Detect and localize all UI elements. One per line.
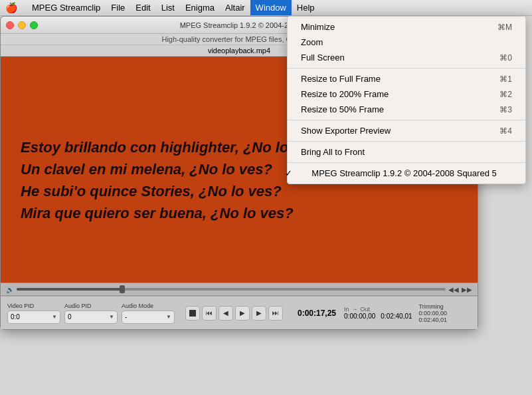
menu-altair[interactable]: Altair xyxy=(220,0,250,15)
in-timecode: 0:00:00,00 xyxy=(344,313,375,320)
in-out-group: In → Out 0:00:00,00 0:02:40,01 xyxy=(344,306,412,320)
menu-list[interactable]: List xyxy=(156,0,180,15)
video-pid-label: Video PID xyxy=(7,303,34,309)
menu-label-zoom: Zoom xyxy=(301,37,323,47)
menu-item-bring-front[interactable]: Bring All to Front xyxy=(288,144,525,160)
audio-mode-value: - xyxy=(125,313,127,321)
menu-shortcut-resize-200: ⌘2 xyxy=(499,90,512,99)
menu-label-resize-200: Resize to 200% Frame xyxy=(301,89,389,99)
menu-file[interactable]: File xyxy=(106,0,130,15)
menu-label-fullscreen: Full Screen xyxy=(301,53,345,63)
menu-shortcut-resize-full: ⌘1 xyxy=(499,74,512,84)
menu-label-resize-50: Resize to 50% Frame xyxy=(301,104,384,114)
scrubber-thumb[interactable] xyxy=(120,285,125,293)
current-time: 0:00:17,25 xyxy=(298,309,336,318)
audio-pid-group: Audio PID 0 ▼ xyxy=(64,303,118,324)
menu-shortcut-minimize: ⌘M xyxy=(497,23,512,32)
menu-edit[interactable]: Edit xyxy=(130,0,155,15)
out-timecode: 0:02:40,01 xyxy=(381,313,412,320)
menu-label-exporter-preview: Show Exporter Preview xyxy=(301,126,391,136)
menu-item-resize-50[interactable]: Resize to 50% Frame ⌘3 xyxy=(288,102,525,117)
fast-forward-icon: ⏭ xyxy=(272,309,279,317)
lyric-line-3: He subi'o quince Stories, ¿No lo ves? xyxy=(21,180,326,202)
video-pid-value: 0:0 xyxy=(11,313,20,321)
stop-icon xyxy=(189,310,196,317)
video-pid-select[interactable]: 0:0 ▼ xyxy=(7,311,60,324)
menu-enigma[interactable]: Enigma xyxy=(180,0,220,15)
window-menu-dropdown: Minimize ⌘M Zoom Full Screen ⌘0 Resize t… xyxy=(287,16,526,184)
play-icon: ▶ xyxy=(240,309,245,317)
menu-item-app-name[interactable]: MPEG Streamclip 1.9.2 © 2004-2008 Square… xyxy=(288,166,525,181)
menu-item-zoom[interactable]: Zoom xyxy=(288,35,525,50)
in-row: In → Out xyxy=(344,306,412,313)
prev-frame-icon[interactable]: ◀◀ xyxy=(448,286,459,293)
audio-pid-value: 0 xyxy=(68,313,72,321)
close-button[interactable] xyxy=(6,21,14,29)
lyric-line-1: Estoy brillando con highlighter, ¿No lo … xyxy=(21,136,326,158)
menu-window[interactable]: Window xyxy=(250,0,292,15)
scrubber-bar: 🔊 ◀◀ ▶▶ xyxy=(1,283,478,296)
menu-item-minimize[interactable]: Minimize ⌘M xyxy=(288,19,525,35)
menu-shortcut-resize-50: ⌘3 xyxy=(499,105,512,114)
audio-mode-arrow: ▼ xyxy=(166,314,171,320)
next-frame-icon[interactable]: ▶▶ xyxy=(462,286,472,293)
volume-icon[interactable]: 🔊 xyxy=(6,286,14,293)
out-label: Out xyxy=(361,306,371,313)
scrubber-track[interactable] xyxy=(17,288,446,291)
audio-mode-select[interactable]: - ▼ xyxy=(122,311,175,324)
lyric-line-4: Mira que quiero ser buena, ¿No lo ves? xyxy=(21,202,326,224)
menu-label-bring-front: Bring All to Front xyxy=(301,147,365,157)
menu-item-fullscreen[interactable]: Full Screen ⌘0 xyxy=(288,50,525,65)
rewind-button[interactable]: ⏮ xyxy=(202,306,217,321)
video-pid-group: Video PID 0:0 ▼ xyxy=(7,303,60,324)
step-back-button[interactable]: ◀ xyxy=(219,306,233,321)
audio-mode-label: Audio Mode xyxy=(122,303,153,309)
menu-label-resize-full: Resize to Full Frame xyxy=(301,74,381,84)
time-display: 0:00:17,25 xyxy=(298,309,336,318)
menu-label-app-name: MPEG Streamclip 1.9.2 © 2004-2008 Square… xyxy=(311,168,496,178)
in-label: In xyxy=(344,306,349,313)
trimming-start: 0:00:00,00 xyxy=(419,310,448,317)
step-forward-icon: ▶ xyxy=(256,309,262,317)
menu-label-minimize: Minimize xyxy=(301,22,335,32)
video-lyrics: Estoy brillando con highlighter, ¿No lo … xyxy=(21,136,326,224)
audio-pid-select[interactable]: 0 ▼ xyxy=(64,311,118,324)
menu-help[interactable]: Help xyxy=(292,0,320,15)
audio-pid-label: Audio PID xyxy=(64,303,92,309)
filename-text: videoplayback.mp4 xyxy=(208,47,270,55)
apple-menu[interactable]: 🍎 xyxy=(0,0,27,15)
menu-shortcut-fullscreen: ⌘0 xyxy=(499,53,512,63)
menu-mpeg-streamclip[interactable]: MPEG Streamclip xyxy=(27,0,106,15)
menu-divider-1 xyxy=(288,68,525,68)
transport-controls: ⏮ ◀ ▶ ▶ ⏭ xyxy=(185,306,283,321)
menu-divider-3 xyxy=(288,141,525,142)
trimming-group: Trimming 0:00:00,00 0:02:40,01 xyxy=(419,303,448,323)
trimming-label: Trimming xyxy=(419,303,448,310)
menu-divider-2 xyxy=(288,120,525,120)
zoom-button[interactable] xyxy=(30,21,38,29)
stop-button[interactable] xyxy=(185,306,200,321)
window-title: MPEG Streamclip 1.9.2 © 2004-20... xyxy=(180,21,299,29)
audio-pid-arrow: ▼ xyxy=(109,314,114,320)
audio-mode-group: Audio Mode - ▼ xyxy=(122,303,175,324)
controls-bar: Video PID 0:0 ▼ Audio PID 0 ▼ Audio Mode… xyxy=(1,296,478,329)
scrubber-fill xyxy=(17,288,124,291)
traffic-lights xyxy=(6,21,38,29)
menu-item-exporter-preview[interactable]: Show Exporter Preview ⌘4 xyxy=(288,123,525,138)
menu-item-resize-200[interactable]: Resize to 200% Frame ⌘2 xyxy=(288,86,525,102)
fast-forward-button[interactable]: ⏭ xyxy=(268,306,283,321)
menu-shortcut-exporter-preview: ⌘4 xyxy=(499,126,512,136)
menu-item-resize-full[interactable]: Resize to Full Frame ⌘1 xyxy=(288,71,525,86)
rewind-icon: ⏮ xyxy=(206,309,213,317)
trimming-end: 0:02:40,01 xyxy=(419,317,448,323)
step-back-icon: ◀ xyxy=(223,309,228,317)
video-pid-arrow: ▼ xyxy=(52,314,57,320)
timecode-row: 0:00:00,00 0:02:40,01 xyxy=(344,313,412,320)
minimize-button[interactable] xyxy=(18,21,26,29)
menu-divider-4 xyxy=(288,162,525,163)
menu-bar: 🍎 MPEG Streamclip File Edit List Enigma … xyxy=(0,0,532,16)
play-button[interactable]: ▶ xyxy=(235,306,250,321)
lyric-line-2: Un clavel en mi melena, ¿No lo ves? xyxy=(21,158,326,180)
step-forward-button[interactable]: ▶ xyxy=(252,306,266,321)
